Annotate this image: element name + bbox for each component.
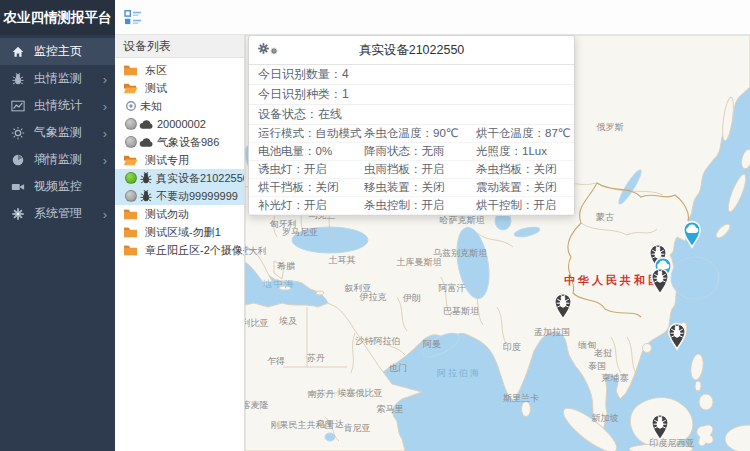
sidebar-menu: 监控主页虫情监测›虫情统计›气象监测›墒情监测›视频监控系统管理› — [0, 35, 115, 227]
folder-open-icon — [123, 82, 138, 95]
popup-status-cell: 光照度：1Lux — [467, 143, 574, 161]
folder-label: 测试 — [145, 81, 167, 96]
sidebar-item-label: 视频监控 — [34, 178, 82, 195]
sidebar-item-home[interactable]: 监控主页 — [0, 38, 115, 65]
sidebar-item-moisture-monitor[interactable]: 墒情监测› — [0, 146, 115, 173]
chart-icon — [10, 98, 25, 113]
popup-status-cell: 震动装置：关闭 — [467, 179, 574, 197]
folder-label: 东区 — [145, 63, 167, 78]
sidebar-item-label: 监控主页 — [34, 43, 82, 60]
app-window: 农业四情测报平台 监控主页虫情监测›虫情统计›气象监测›墒情监测›视频监控系统管… — [0, 0, 750, 451]
sidebar-item-insect-stats[interactable]: 虫情统计› — [0, 92, 115, 119]
status-dot-offline — [125, 118, 137, 130]
popup-summary-row: 设备状态：在线 — [249, 105, 574, 125]
bug-icon — [139, 171, 153, 185]
device-tree: 东区测试未知20000002气象设备986测试专用真实设备21022550不要动… — [115, 58, 244, 259]
popup-status-cell: 烘干挡板：关闭 — [249, 179, 355, 197]
sidebar-item-video-monitor[interactable]: 视频监控 — [0, 173, 115, 200]
tree-folder[interactable]: 测试专用 — [115, 151, 244, 169]
device-label: 真实设备21022550 — [156, 171, 244, 186]
tree-device[interactable]: 真实设备21022550 — [115, 169, 244, 187]
tree-device[interactable]: 气象设备986 — [115, 133, 244, 151]
home-icon — [10, 44, 25, 59]
tree-folder[interactable]: 东区 — [115, 61, 244, 79]
unknown-icon — [125, 100, 137, 112]
topbar — [115, 0, 750, 35]
tree-device[interactable]: 20000002 — [115, 115, 244, 133]
folder-label: 章丘阳丘区-2个摄像头 — [145, 243, 244, 258]
sidebar: 农业四情测报平台 监控主页虫情监测›虫情统计›气象监测›墒情监测›视频监控系统管… — [0, 0, 115, 451]
popup-summary-row: 今日识别种类：1 — [249, 85, 574, 105]
app-title: 农业四情测报平台 — [0, 0, 115, 35]
chevron-right-icon: › — [103, 99, 107, 112]
sidebar-item-label: 虫情统计 — [34, 97, 82, 114]
device-list-panel: 设备列表 东区测试未知20000002气象设备986测试专用真实设备210225… — [115, 35, 245, 451]
insect-device-marker[interactable] — [647, 264, 673, 296]
popup-status-cell: 虫雨挡板：开启 — [355, 161, 467, 179]
tree-folder[interactable]: 章丘阳丘区-2个摄像头 — [115, 241, 244, 259]
popup-status-cell: 杀虫仓温度：90℃ — [355, 125, 467, 143]
device-label: 不要动99999999 — [156, 189, 238, 204]
folder-closed-icon — [123, 64, 138, 77]
insect-device-marker[interactable] — [647, 410, 673, 442]
sidebar-item-weather-monitor[interactable]: 气象监测› — [0, 119, 115, 146]
map-canvas[interactable]: 俄罗斯蒙古中华人民共和国哈萨克斯坦乌克兰捷克匈牙利罗马尼亚意大利希腊土耳其地中海… — [245, 35, 750, 451]
chevron-right-icon: › — [103, 72, 107, 85]
bug-icon — [10, 71, 25, 86]
globe-icon — [10, 152, 25, 167]
status-dot-online — [125, 172, 137, 184]
insect-device-marker[interactable] — [664, 319, 690, 351]
sidebar-item-label: 虫情监测 — [34, 70, 82, 87]
chevron-right-icon: › — [103, 126, 107, 139]
popup-status-cell: 运行模式：自动模式 — [249, 125, 355, 143]
device-list-title: 设备列表 — [115, 35, 244, 58]
sidebar-item-label: 墒情监测 — [34, 151, 82, 168]
sidebar-item-label: 气象监测 — [34, 124, 82, 141]
device-label: 20000002 — [157, 118, 206, 130]
popup-status-cell: 烘干控制：开启 — [467, 197, 574, 215]
folder-label: 测试专用 — [145, 153, 189, 168]
device-settings-icon[interactable] — [257, 42, 278, 55]
folder-closed-icon — [123, 226, 138, 239]
tree-folder[interactable]: 测试区域-勿删1 — [115, 223, 244, 241]
sidebar-item-label: 系统管理 — [34, 205, 82, 222]
popup-status-cell: 杀虫控制：开启 — [355, 197, 467, 215]
bug-icon — [139, 189, 153, 203]
folder-open-icon — [123, 154, 138, 167]
folder-label: 测试区域-勿删1 — [145, 225, 221, 240]
insect-device-marker[interactable] — [550, 289, 576, 321]
tree-folder[interactable]: 测试勿动 — [115, 205, 244, 223]
popup-status-cell: 杀虫挡板：关闭 — [467, 161, 574, 179]
cloud-icon — [139, 137, 154, 148]
popup-status-cell: 降雨状态：无雨 — [355, 143, 467, 161]
tree-device[interactable]: 未知 — [115, 97, 244, 115]
video-icon — [10, 179, 25, 194]
device-label: 未知 — [140, 99, 162, 114]
status-dot-offline — [125, 190, 137, 202]
device-label: 气象设备986 — [157, 135, 219, 150]
status-dot-offline — [125, 136, 137, 148]
folder-closed-icon — [123, 244, 138, 257]
popup-header: 真实设备21022550 — [249, 36, 574, 65]
tree-folder[interactable]: 测试 — [115, 79, 244, 97]
folder-closed-icon — [123, 208, 138, 221]
sidebar-item-insect-monitor[interactable]: 虫情监测› — [0, 65, 115, 92]
weather-device-marker[interactable] — [679, 217, 705, 249]
popup-status-cell: 电池电量：0% — [249, 143, 355, 161]
device-info-popup: 真实设备21022550 今日识别数量：4今日识别种类：1设备状态：在线 运行模… — [248, 35, 575, 216]
chevron-right-icon: › — [103, 153, 107, 166]
popup-status-cell: 移虫装置：关闭 — [355, 179, 467, 197]
popup-status-cell: 烘干仓温度：87℃ — [467, 125, 574, 143]
popup-device-title: 真实设备21022550 — [359, 43, 465, 57]
popup-status-cell: 补光灯：开启 — [249, 197, 355, 215]
tree-device[interactable]: 不要动99999999 — [115, 187, 244, 205]
popup-status-cell: 诱虫灯：开启 — [249, 161, 355, 179]
cloud-icon — [139, 119, 154, 130]
chevron-right-icon: › — [103, 207, 107, 220]
layout-list-icon[interactable] — [124, 9, 142, 25]
weather-icon — [10, 125, 25, 140]
folder-label: 测试勿动 — [145, 207, 189, 222]
sidebar-item-system-admin[interactable]: 系统管理› — [0, 200, 115, 227]
popup-summary-row: 今日识别数量：4 — [249, 65, 574, 85]
gear-icon — [10, 206, 25, 221]
